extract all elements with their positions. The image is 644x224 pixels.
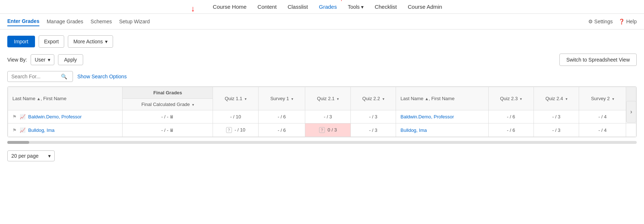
calculator-icon: 🖩	[170, 128, 174, 133]
nav-classlist[interactable]: Classlist	[288, 4, 308, 10]
view-by-label: View By:	[7, 57, 27, 63]
chevron-down-icon: ▾	[48, 153, 51, 159]
col-header-survey1: Survey 1 ▾	[258, 87, 305, 110]
cell-final-1: - / - 🖩	[123, 110, 213, 123]
cell-quiz11-1: - / 10	[213, 110, 258, 123]
cell-quiz24-2: - / 3	[534, 123, 579, 137]
chevron-down-icon[interactable]: ▾	[383, 97, 384, 101]
col-header-final-calculated: Final Calculated Grade ▾	[123, 99, 213, 110]
cell-quiz21-1: - / 3	[305, 110, 350, 123]
pagination: 20 per page ▾	[0, 147, 644, 165]
cell-final-2: - / - 🖩	[123, 123, 213, 137]
subnav-setup-wizard[interactable]: Setup Wizard	[119, 17, 150, 26]
gear-icon: ⚙	[588, 19, 593, 24]
sort-asc-icon: ▲	[36, 97, 40, 101]
flag-icon: ⚑	[12, 114, 17, 119]
chevron-down-icon: ▾	[48, 57, 50, 63]
chevron-down-icon[interactable]: ▾	[566, 97, 567, 101]
top-navigation: ↓ Course Home Content Classlist Grades ↑…	[0, 0, 644, 14]
import-button[interactable]: Import	[7, 36, 35, 47]
cell-scroll-2	[626, 123, 636, 137]
cell-survey1-1: - / 6	[258, 110, 305, 123]
apply-button[interactable]: Apply	[58, 54, 83, 65]
chart-icon: 📈	[20, 127, 26, 133]
search-row: 🔍 Show Search Options	[0, 70, 644, 86]
nav-course-home[interactable]: Course Home	[213, 4, 247, 10]
col-header-quiz21: Quiz 2.1 ▾	[305, 87, 350, 110]
view-by-select[interactable]: User ▾	[31, 54, 54, 65]
chevron-down-icon[interactable]: ▾	[192, 103, 194, 107]
cell-survey1-2: - / 6	[258, 123, 305, 137]
red-arrow-down-icon: ↓	[191, 4, 195, 13]
col-header-final-grades-group: Final Grades	[123, 87, 213, 99]
flag-icon: ⚑	[12, 127, 17, 133]
view-by-row: View By: User ▾ Apply Switch to Spreadsh…	[0, 54, 644, 70]
cell-quiz11-2: ? - / 10	[213, 123, 258, 137]
cell-quiz23-2: - / 6	[488, 123, 534, 137]
cell-survey2-2: - / 4	[579, 123, 626, 137]
toolbar: Import Export More Actions ▾	[0, 30, 644, 54]
col-header-quiz24: Quiz 2.4 ▾	[534, 87, 579, 110]
help-link[interactable]: ❓ Help	[618, 17, 637, 26]
horizontal-scrollbar[interactable]	[7, 141, 637, 144]
chevron-down-icon[interactable]: ▾	[612, 97, 614, 101]
search-icon: 🔍	[61, 74, 67, 79]
spreadsheet-view-button[interactable]: Switch to Spreadsheet View	[559, 54, 637, 66]
red-arrow-up-icon: ↑	[340, 0, 344, 3]
col-header-survey2: Survey 2 ▾	[579, 87, 626, 110]
user-link-2[interactable]: Bulldog, Ima	[28, 127, 54, 133]
col-header-quiz23: Quiz 2.3 ▾	[488, 87, 534, 110]
export-button[interactable]: Export	[39, 35, 64, 48]
scroll-right-button[interactable]: ›	[626, 101, 636, 123]
chevron-down-icon[interactable]: ▾	[337, 97, 339, 101]
user-link-1[interactable]: Baldwin.Demo, Professor	[28, 114, 82, 119]
cell-survey2-1: - / 4	[579, 110, 626, 123]
cell-name2-1: Baldwin.Demo, Professor	[396, 110, 488, 123]
nav-tools[interactable]: Tools ▾	[348, 4, 364, 10]
settings-link[interactable]: ⚙ Settings	[588, 17, 613, 26]
user-link2-1[interactable]: Baldwin.Demo, Professor	[400, 114, 454, 119]
subnav-manage-grades[interactable]: Manage Grades	[47, 17, 83, 26]
nav-grades[interactable]: Grades ↑	[319, 4, 337, 10]
help-icon: ❓	[618, 19, 625, 24]
question-icon: ?	[319, 127, 325, 133]
sort-asc-icon: ▲	[425, 97, 429, 101]
cell-quiz24-1: - / 3	[534, 110, 579, 123]
cell-quiz23-1: - / 6	[488, 110, 534, 123]
show-search-options-link[interactable]: Show Search Options	[77, 74, 127, 79]
chevron-down-icon: ▾	[361, 4, 364, 10]
chevron-down-icon[interactable]: ▾	[291, 97, 293, 101]
chevron-down-icon[interactable]: ▾	[520, 97, 522, 101]
col-header-quiz11: Quiz 1.1 ▾	[213, 87, 258, 110]
nav-content[interactable]: Content	[257, 4, 277, 10]
cell-quiz22-1: - / 3	[350, 110, 396, 123]
nav-course-admin[interactable]: Course Admin	[408, 4, 442, 10]
question-icon: ?	[226, 127, 232, 133]
cell-quiz21-2: ? 0 / 3	[305, 123, 350, 137]
grades-table: Last Name ▲, First Name Final Grades Qui…	[8, 87, 636, 137]
subnav-enter-grades[interactable]: Enter Grades	[7, 17, 39, 26]
col-header-name: Last Name ▲, First Name	[8, 87, 123, 110]
search-box: 🔍	[7, 71, 73, 82]
search-input[interactable]	[11, 74, 59, 79]
subnav-schemes[interactable]: Schemes	[90, 17, 112, 26]
col-header-quiz22: Quiz 2.2 ▾	[350, 87, 396, 110]
chevron-down-icon[interactable]: ▾	[245, 97, 247, 101]
cell-name-2: ⚑ 📈 Bulldog, Ima	[8, 123, 123, 137]
chart-icon: 📈	[20, 114, 26, 119]
sub-navigation: Enter Grades Manage Grades Schemes Setup…	[0, 14, 644, 30]
chevron-down-icon: ▾	[105, 39, 108, 44]
cell-name-1: ⚑ 📈 Baldwin.Demo, Professor	[8, 110, 123, 123]
scrollbar-thumb[interactable]	[7, 141, 29, 144]
col-header-name2: Last Name ▲, First Name	[396, 87, 488, 110]
more-actions-button[interactable]: More Actions ▾	[68, 35, 113, 48]
calculator-icon: 🖩	[170, 114, 174, 119]
table-row: ⚑ 📈 Bulldog, Ima - / - 🖩 ? - / 10 - / 6 …	[8, 123, 636, 137]
cell-quiz22-2: - / 3	[350, 123, 396, 137]
table-row: ⚑ 📈 Baldwin.Demo, Professor - / - 🖩 - / …	[8, 110, 636, 123]
user-link2-2[interactable]: Bulldog, Ima	[400, 127, 427, 133]
per-page-select[interactable]: 20 per page ▾	[7, 150, 55, 161]
grades-table-container: Last Name ▲, First Name Final Grades Qui…	[7, 86, 637, 137]
nav-checklist[interactable]: Checklist	[375, 4, 397, 10]
cell-name2-2: Bulldog, Ima	[396, 123, 488, 137]
